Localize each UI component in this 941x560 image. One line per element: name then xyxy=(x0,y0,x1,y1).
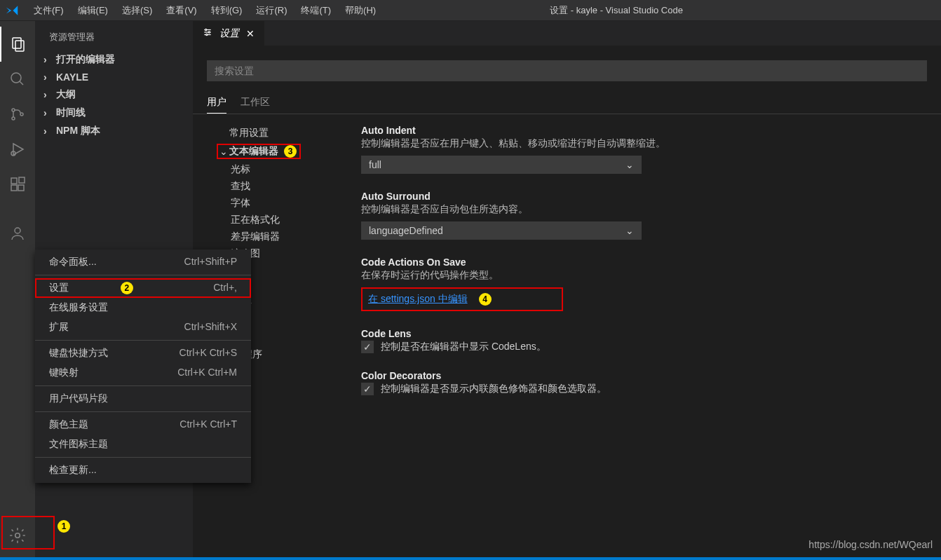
nav-font[interactable]: 字体 xyxy=(207,195,347,212)
chevron-right-icon: › xyxy=(43,54,53,65)
cm-settings[interactable]: 设置 2 Ctrl+, xyxy=(35,278,251,298)
sidebar-item-label: 打开的编辑器 xyxy=(56,53,115,66)
menu-file[interactable]: 文件(F) xyxy=(28,4,69,17)
setting-auto-surround: Auto Surround 控制编辑器是否应自动包住所选内容。 language… xyxy=(361,191,920,240)
sidebar-workspace[interactable]: › KAYLE xyxy=(35,69,193,86)
settings-gear-icon[interactable] xyxy=(0,518,35,553)
sidebar-timeline[interactable]: › 时间线 xyxy=(35,104,193,122)
cm-command-palette[interactable]: 命令面板... Ctrl+Shift+P xyxy=(35,252,251,272)
settings-search-input[interactable] xyxy=(215,65,919,76)
explorer-icon[interactable] xyxy=(0,27,35,62)
separator xyxy=(35,457,251,458)
search-icon[interactable] xyxy=(0,62,35,97)
sidebar-open-editors[interactable]: › 打开的编辑器 xyxy=(35,50,193,69)
svg-rect-12 xyxy=(19,177,25,183)
sidebar-item-label: 时间线 xyxy=(56,107,86,119)
settings-tab-icon xyxy=(203,27,212,39)
svg-rect-1 xyxy=(15,41,24,51)
menu-selection[interactable]: 选择(S) xyxy=(116,4,158,17)
close-icon[interactable]: ✕ xyxy=(246,28,255,39)
tab-workspace[interactable]: 工作区 xyxy=(241,92,270,114)
nav-diff[interactable]: 差异编辑器 xyxy=(207,228,347,245)
chevron-right-icon: › xyxy=(43,107,53,118)
svg-rect-10 xyxy=(11,185,17,191)
extensions-icon[interactable] xyxy=(0,167,35,202)
svg-marker-7 xyxy=(13,144,23,155)
cm-color-theme[interactable]: 颜色主题 Ctrl+K Ctrl+T xyxy=(35,415,251,435)
select-auto-indent[interactable]: full ⌄ xyxy=(361,156,642,174)
status-bar xyxy=(0,557,941,560)
setting-auto-indent: Auto Indent 控制编辑器是否应在用户键入、粘贴、移动或缩进行时自动调整… xyxy=(361,125,920,174)
svg-point-6 xyxy=(20,113,23,116)
checkbox-code-lens[interactable]: ✓ xyxy=(361,341,374,353)
chevron-down-icon: ⌄ xyxy=(625,159,634,170)
svg-rect-0 xyxy=(13,38,21,48)
accounts-icon[interactable] xyxy=(0,216,35,251)
separator xyxy=(35,385,251,386)
setting-title: Code Actions On Save xyxy=(361,257,920,268)
annotation-4: 4 xyxy=(479,293,492,306)
separator xyxy=(35,275,251,275)
cm-keyboard-shortcuts[interactable]: 键盘快捷方式 Ctrl+K Ctrl+S xyxy=(35,343,251,363)
chevron-right-icon: › xyxy=(43,71,53,83)
setting-desc: 控制编辑器是否应自动包住所选内容。 xyxy=(361,203,920,216)
source-control-icon[interactable] xyxy=(0,97,35,132)
sidebar-item-label: 大纲 xyxy=(56,88,76,101)
annotation-3: 3 xyxy=(284,145,297,158)
settings-search-box[interactable] xyxy=(207,60,927,81)
svg-point-5 xyxy=(12,117,15,120)
watermark: https://blog.csdn.net/WQearl xyxy=(808,539,933,550)
svg-rect-11 xyxy=(18,185,24,191)
svg-point-14 xyxy=(15,533,20,538)
cm-online-services[interactable]: 在线服务设置 xyxy=(35,298,251,317)
nav-cursor[interactable]: 光标 xyxy=(207,161,347,178)
chevron-right-icon: › xyxy=(43,89,53,100)
menu-terminal[interactable]: 终端(T) xyxy=(295,4,337,17)
tab-user[interactable]: 用户 xyxy=(207,92,226,114)
nav-common[interactable]: 常用设置 xyxy=(207,125,347,142)
tab-settings[interactable]: 设置 ✕ xyxy=(193,21,264,46)
cm-user-snippets[interactable]: 用户代码片段 xyxy=(35,389,251,409)
setting-desc: 控制编辑器是否应在用户键入、粘贴、移动或缩进行时自动调整缩进。 xyxy=(361,137,920,150)
setting-title: Code Lens xyxy=(361,328,920,339)
setting-title: Auto Surround xyxy=(361,191,920,202)
menu-go[interactable]: 转到(G) xyxy=(205,4,248,17)
menu-view[interactable]: 查看(V) xyxy=(161,4,202,17)
menu-run[interactable]: 运行(R) xyxy=(250,4,292,17)
nav-formatting[interactable]: 正在格式化 xyxy=(207,212,347,228)
annotation-1: 1 xyxy=(57,520,70,533)
svg-rect-9 xyxy=(11,178,17,184)
nav-text-editor[interactable]: ⌄ 文本编辑器 3 xyxy=(207,142,347,161)
vscode-logo-icon xyxy=(6,4,18,17)
checkmark-icon: ✓ xyxy=(363,383,372,395)
settings-scope-tabs: 用户 工作区 xyxy=(193,92,941,114)
checkbox-color-decorators[interactable]: ✓ xyxy=(361,383,374,395)
chevron-down-icon: ⌄ xyxy=(625,225,634,236)
cm-check-updates[interactable]: 检查更新... xyxy=(35,460,251,480)
tab-label: 设置 xyxy=(219,27,239,40)
activity-bar xyxy=(0,21,35,560)
cm-keymaps[interactable]: 键映射 Ctrl+K Ctrl+M xyxy=(35,363,251,383)
setting-color-decorators: Color Decorators ✓ 控制编辑器是否显示内联颜色修饰器和颜色选取… xyxy=(361,370,920,395)
svg-line-3 xyxy=(20,81,23,85)
annotation-2: 2 xyxy=(121,282,133,294)
settings-details: Auto Indent 控制编辑器是否应在用户键入、粘贴、移动或缩进行时自动调整… xyxy=(347,125,941,560)
menu-help[interactable]: 帮助(H) xyxy=(339,4,381,17)
checkmark-icon: ✓ xyxy=(363,341,372,353)
svg-point-2 xyxy=(11,73,21,83)
nav-find[interactable]: 查找 xyxy=(207,178,347,195)
checkbox-label: 控制编辑器是否显示内联颜色修饰器和颜色选取器。 xyxy=(381,383,607,395)
edit-in-settings-json-link[interactable]: 在 settings.json 中编辑 xyxy=(368,293,468,304)
window-title: 设置 - kayle - Visual Studio Code xyxy=(384,4,848,17)
setting-code-lens: Code Lens ✓ 控制是否在编辑器中显示 CodeLens。 xyxy=(361,328,920,353)
sidebar-item-label: KAYLE xyxy=(56,71,88,83)
svg-point-19 xyxy=(208,32,210,33)
sidebar-npm-scripts[interactable]: › NPM 脚本 xyxy=(35,122,193,140)
checkbox-label: 控制是否在编辑器中显示 CodeLens。 xyxy=(381,341,546,353)
menu-edit[interactable]: 编辑(E) xyxy=(72,4,114,17)
cm-extensions[interactable]: 扩展 Ctrl+Shift+X xyxy=(35,317,251,337)
sidebar-outline[interactable]: › 大纲 xyxy=(35,86,193,104)
select-auto-surround[interactable]: languageDefined ⌄ xyxy=(361,221,642,240)
cm-file-icon-theme[interactable]: 文件图标主题 xyxy=(35,435,251,454)
run-debug-icon[interactable] xyxy=(0,132,35,167)
